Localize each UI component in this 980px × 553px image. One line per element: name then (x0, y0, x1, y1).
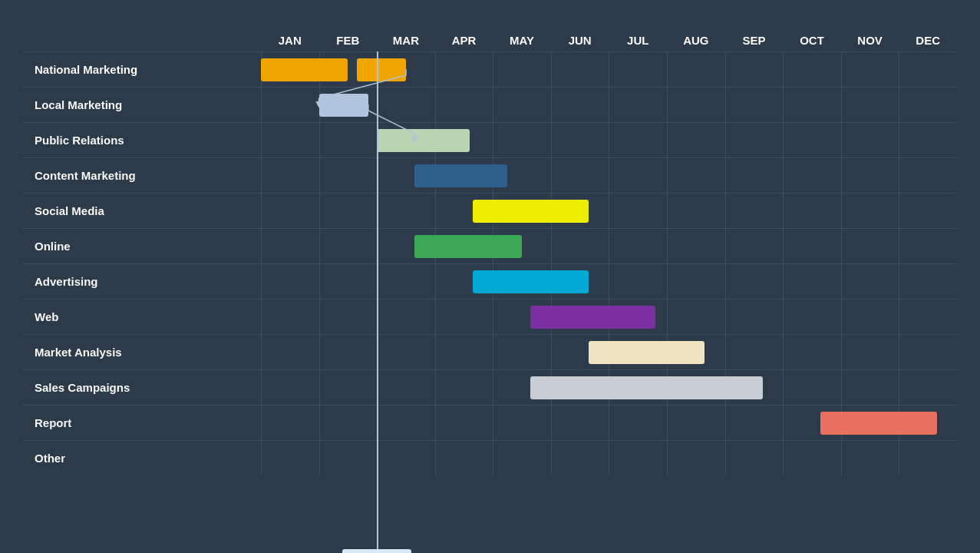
row-bars (261, 88, 957, 122)
gantt-bar (319, 94, 368, 117)
gantt-row: Web (23, 299, 957, 334)
month-headers: JANFEBMARAPRMAYJUNJULAUGSEPOCTNOVDEC (261, 29, 957, 51)
chart-body: JANFEBMARAPRMAYJUNJULAUGSEPOCTNOVDEC Nat… (23, 29, 957, 545)
gantt-row: Advertising (23, 263, 957, 299)
gantt-bar (530, 376, 762, 399)
row-bars (261, 370, 957, 405)
gantt-row: Other (23, 440, 957, 475)
month-header-jul: JUL (609, 29, 667, 51)
row-bars (261, 194, 957, 228)
gantt-row: Sales Campaigns (23, 369, 957, 405)
row-label: Other (23, 452, 261, 465)
row-bars (261, 406, 957, 440)
gantt-row: Content Marketing (23, 157, 957, 193)
gantt-bar (473, 270, 589, 293)
month-header-dec: DEC (899, 29, 957, 51)
month-header-feb: FEB (319, 29, 378, 51)
month-header-sep: SEP (725, 29, 784, 51)
gantt-bar (414, 164, 507, 187)
row-label: Sales Campaigns (23, 381, 261, 394)
month-header-mar: MAR (377, 29, 435, 51)
row-bars (261, 335, 957, 369)
gantt-row: Local Marketing (23, 87, 957, 122)
row-label: Local Marketing (23, 98, 261, 111)
row-bars (261, 300, 957, 334)
gantt-row: Market Analysis (23, 334, 957, 369)
row-bars (261, 158, 957, 193)
row-label: Public Relations (23, 134, 261, 147)
row-label: Market Analysis (23, 346, 261, 359)
row-label: Report (23, 416, 261, 429)
row-label: Advertising (23, 275, 261, 288)
row-label: Content Marketing (23, 169, 261, 182)
row-label: Web (23, 310, 261, 323)
gantt-bar (820, 412, 936, 435)
gantt-row: Social Media (23, 193, 957, 228)
row-label: Online (23, 240, 261, 253)
row-bars (261, 52, 957, 87)
month-header-nov: NOV (841, 29, 899, 51)
row-label: Social Media (23, 204, 261, 217)
gantt-bar (357, 58, 406, 81)
current-progress-label: Current progress (342, 549, 411, 553)
gantt-row: National Marketing (23, 51, 957, 87)
gantt-bar (377, 129, 470, 152)
rows-wrapper: National MarketingLocal MarketingPublic … (23, 51, 957, 545)
month-header-may: MAY (493, 29, 551, 51)
gantt-row: Online (23, 228, 957, 263)
gantt-bar (530, 306, 655, 329)
row-bars (261, 229, 957, 263)
gantt-row: Public Relations (23, 122, 957, 157)
gantt-bar (473, 200, 589, 223)
month-header-oct: OCT (783, 29, 841, 51)
gantt-row: Report (23, 405, 957, 440)
row-bars (261, 264, 957, 299)
row-bars (261, 441, 957, 475)
row-bars (261, 123, 957, 157)
month-header-jan: JAN (261, 29, 319, 51)
gantt-bar (414, 235, 522, 258)
month-header-jun: JUN (551, 29, 609, 51)
gantt-bar (261, 58, 348, 81)
month-header-apr: APR (435, 29, 493, 51)
row-label: National Marketing (23, 63, 261, 76)
gantt-bar (589, 341, 704, 364)
chart-container: JANFEBMARAPRMAYJUNJULAUGSEPOCTNOVDEC Nat… (0, 0, 980, 553)
month-header-aug: AUG (667, 29, 725, 51)
